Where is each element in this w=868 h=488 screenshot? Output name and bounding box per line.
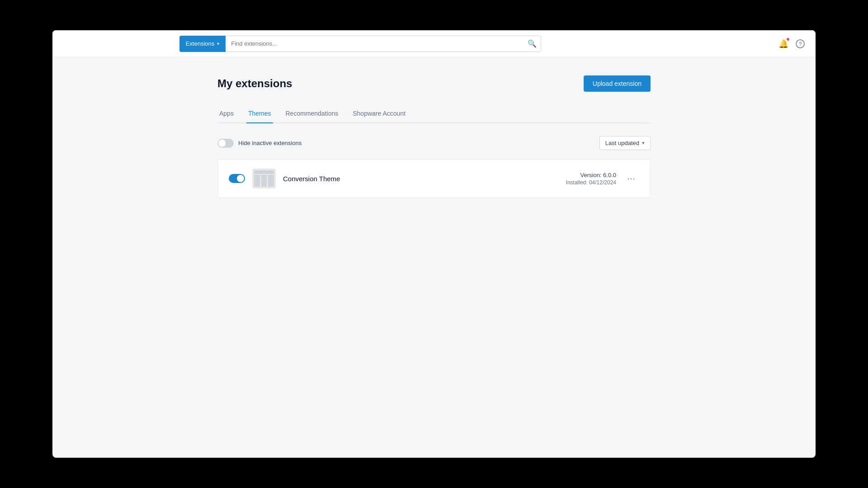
upload-extension-button[interactable]: Upload extension (584, 75, 651, 92)
sort-dropdown[interactable]: Last updated ▾ (599, 136, 651, 150)
hide-inactive-toggle[interactable] (217, 139, 234, 148)
extensions-button-label: Extensions (186, 40, 215, 47)
filters-row: Hide inactive extensions Last updated ▾ (217, 136, 651, 150)
page-title: My extensions (217, 77, 292, 90)
chevron-down-icon: ▾ (217, 41, 219, 46)
hide-inactive-row: Hide inactive extensions (217, 139, 302, 148)
notification-badge (786, 38, 790, 41)
theme-thumbnail (252, 169, 276, 188)
thumbnail-col-2 (261, 175, 267, 187)
thumbnail-content (252, 175, 276, 188)
extension-version: Version: 6.0.0 (566, 172, 616, 178)
extension-name: Conversion Theme (283, 175, 559, 183)
tab-recommendations[interactable]: Recommendations (284, 106, 340, 123)
topbar: Extensions ▾ 🔍 🔔 ? (52, 30, 816, 57)
extension-active-toggle[interactable] (229, 174, 245, 183)
tab-themes[interactable]: Themes (246, 106, 273, 123)
search-button[interactable]: 🔍 (528, 39, 537, 48)
tab-shopware-account[interactable]: Shopware Account (351, 106, 407, 123)
search-icon: 🔍 (528, 39, 537, 48)
extension-more-button[interactable]: ⋯ (623, 172, 639, 185)
notification-button[interactable]: 🔔 (778, 39, 788, 49)
extensions-dropdown-button[interactable]: Extensions ▾ (179, 36, 226, 52)
tabs: Apps Themes Recommendations Shopware Acc… (217, 106, 651, 123)
thumbnail-col-3 (268, 175, 274, 187)
chevron-down-icon: ▾ (642, 140, 645, 146)
help-button[interactable]: ? (796, 39, 805, 48)
search-area: Extensions ▾ 🔍 (179, 36, 541, 52)
page-content: My extensions Upload extension Apps Them… (52, 57, 816, 216)
extension-meta: Version: 6.0.0 Installed: 04/12/2024 (566, 172, 616, 186)
search-wrapper: 🔍 (226, 36, 541, 52)
hide-inactive-label: Hide inactive extensions (238, 140, 302, 146)
page-header: My extensions Upload extension (217, 75, 651, 92)
extension-installed: Installed: 04/12/2024 (566, 179, 616, 186)
topbar-right: 🔔 ? (778, 39, 805, 49)
thumbnail-bar (254, 170, 274, 174)
thumbnail-col-1 (254, 175, 260, 187)
svg-text:?: ? (799, 41, 802, 47)
extension-card: Conversion Theme Version: 6.0.0 Installe… (217, 159, 651, 198)
tab-apps[interactable]: Apps (217, 106, 236, 123)
question-circle-icon: ? (796, 39, 805, 48)
sort-label: Last updated (605, 140, 639, 146)
search-input[interactable] (226, 36, 541, 52)
